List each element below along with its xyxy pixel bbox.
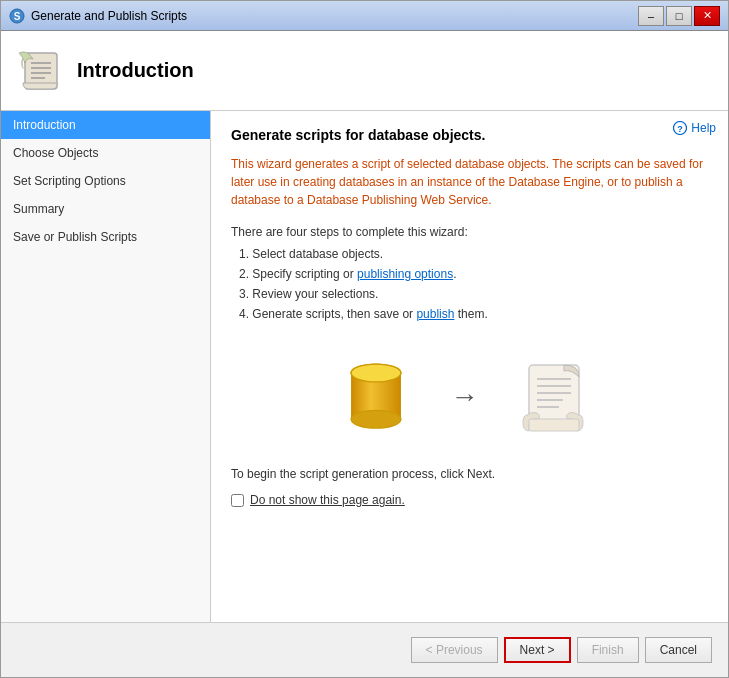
section-title: Generate scripts for database objects. [231, 127, 708, 143]
window-title: Generate and Publish Scripts [31, 9, 187, 23]
main-wrapper: Introduction Introduction Choose Objects… [1, 31, 728, 677]
publishing-options-link[interactable]: publishing options [357, 267, 453, 281]
help-label: Help [691, 121, 716, 135]
title-bar: S Generate and Publish Scripts – □ ✕ [1, 1, 728, 31]
step-3: 3. Review your selections. [239, 287, 708, 301]
nav-item-choose-objects[interactable]: Choose Objects [1, 139, 210, 167]
svg-point-12 [351, 410, 401, 428]
cancel-button[interactable]: Cancel [645, 637, 712, 663]
svg-point-13 [351, 364, 401, 382]
publish-link[interactable]: publish [416, 307, 454, 321]
main-content: ? Help Generate scripts for database obj… [211, 111, 728, 622]
nav-item-introduction[interactable]: Introduction [1, 111, 210, 139]
title-bar-buttons: – □ ✕ [638, 6, 720, 26]
close-button[interactable]: ✕ [694, 6, 720, 26]
left-nav: Introduction Choose Objects Set Scriptin… [1, 111, 211, 622]
main-window: S Generate and Publish Scripts – □ ✕ [0, 0, 729, 678]
begin-text: To begin the script generation process, … [231, 467, 708, 481]
steps-list: 1. Select database objects. 2. Specify s… [239, 247, 708, 321]
svg-rect-15 [529, 419, 579, 431]
dont-show-checkbox[interactable] [231, 494, 244, 507]
previous-button[interactable]: < Previous [411, 637, 498, 663]
wizard-icon [17, 47, 65, 95]
image-area: → [231, 337, 708, 467]
minimize-button[interactable]: – [638, 6, 664, 26]
nav-item-scripting-options[interactable]: Set Scripting Options [1, 167, 210, 195]
finish-button[interactable]: Finish [577, 637, 639, 663]
arrow-icon: → [451, 381, 479, 413]
nav-item-save-publish[interactable]: Save or Publish Scripts [1, 223, 210, 251]
footer: < Previous Next > Finish Cancel [1, 622, 728, 677]
svg-text:?: ? [678, 124, 684, 134]
wizard-header-title: Introduction [77, 59, 194, 82]
next-button[interactable]: Next > [504, 637, 571, 663]
database-icon [341, 357, 411, 437]
checkbox-label[interactable]: Do not show this page again. [250, 493, 405, 507]
wizard-header: Introduction [1, 31, 728, 111]
intro-text: This wizard generates a script of select… [231, 155, 708, 209]
document-icon [519, 357, 599, 437]
checkbox-row: Do not show this page again. [231, 493, 708, 507]
help-link[interactable]: ? Help [673, 121, 716, 135]
step-4: 4. Generate scripts, then save or publis… [239, 307, 708, 321]
window-icon: S [9, 8, 25, 24]
step-1: 1. Select database objects. [239, 247, 708, 261]
nav-item-summary[interactable]: Summary [1, 195, 210, 223]
top-section: Introduction Choose Objects Set Scriptin… [1, 111, 728, 622]
step-2: 2. Specify scripting or publishing optio… [239, 267, 708, 281]
svg-text:S: S [14, 11, 21, 22]
help-icon: ? [673, 121, 687, 135]
main-body: Generate scripts for database objects. T… [211, 111, 728, 622]
restore-button[interactable]: □ [666, 6, 692, 26]
steps-intro: There are four steps to complete this wi… [231, 225, 708, 239]
title-bar-left: S Generate and Publish Scripts [9, 8, 187, 24]
